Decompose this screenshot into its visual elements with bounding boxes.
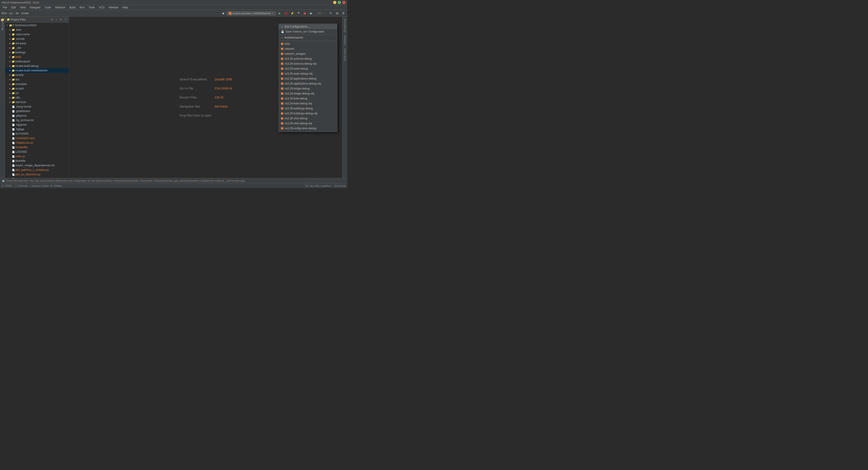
list-item[interactable]: ▶ 📁 cmake-build-relwithdebinfo	[5, 68, 69, 73]
config-ns3-bridge-debug-obj[interactable]: ns3.29-bridge-debug-obj	[279, 91, 337, 96]
config-ns3-antenna-debug[interactable]: ns3.29-antenna-debug	[279, 56, 337, 61]
panel-collapse-btn[interactable]: ≡	[55, 18, 58, 22]
list-item[interactable]: ▶ 📁 examples	[5, 82, 69, 86]
config-ns3-config-store-debug[interactable]: ns3.29-config-store-debug	[279, 126, 337, 131]
list-item[interactable]: ▶ 📁 3rd-party	[5, 41, 69, 45]
json-parser-tab[interactable]: JSON Parser	[343, 47, 346, 63]
config-ns3-aodv-debug[interactable]: ns3.29-aodv-debug	[279, 66, 337, 71]
terminal-status-item[interactable]: ⬛ Terminal	[14, 184, 28, 187]
profile-button[interactable]: ⚡	[290, 11, 295, 16]
list-item[interactable]: ▶ 📄 LICENSE	[5, 150, 69, 154]
menu-item-window[interactable]: Window	[107, 5, 120, 9]
edit-configurations-item[interactable]: ✏ Edit Configurations...	[279, 24, 337, 29]
list-item[interactable]: ▶ 📄 .gitattributes	[5, 109, 69, 114]
config-ns3-bridge-debug[interactable]: ns3.29-bridge-debug	[279, 86, 337, 91]
config-netanim[interactable]: netanim	[279, 46, 337, 51]
run-button[interactable]: ▶	[277, 11, 282, 16]
list-item[interactable]: ▶ 📄 .hgignore	[5, 123, 69, 127]
config-ns3-applications-debug-obj[interactable]: ns3.29-applications-debug-obj	[279, 81, 337, 86]
menu-item-run[interactable]: Run	[78, 5, 86, 9]
config-ns3-antenna-debug-obj[interactable]: ns3.29-antenna-debug-obj	[279, 61, 337, 66]
list-item[interactable]: ▶ 📄 .clang-format	[5, 104, 69, 109]
breadcrumb-src[interactable]: src	[9, 12, 13, 15]
config-ns3-click-debug[interactable]: ns3.29-click-debug	[279, 116, 337, 121]
config-ns3-buildings-debug-obj[interactable]: ns3.29-buildings-debug-obj	[279, 111, 337, 116]
run-config-dropdown[interactable]: scratch-simulator | RelWithDebInfo ▼	[227, 11, 276, 15]
list-item[interactable]: ▶ 📁 .idea	[5, 28, 69, 32]
stop-button[interactable]: ◼	[303, 11, 307, 16]
config-ns3-aodv-debug-obj[interactable]: ns3.29-aodv-debug-obj	[279, 71, 337, 76]
list-item[interactable]: ▶ 📁 doc	[5, 77, 69, 82]
list-item[interactable]: ▶ 📄 AUTHORS	[5, 131, 69, 136]
list-item[interactable]: ▶ 📁 contrib	[5, 73, 69, 77]
git-branch-status[interactable]: Git: 5g_code_cognitive ↑	[305, 184, 332, 187]
list-item[interactable]: ▶ 📁 utils	[5, 95, 69, 100]
vcs-update-button[interactable]: ↻	[328, 11, 333, 16]
active-config-item[interactable]: ✓ RelWithDebInfo	[279, 35, 337, 40]
event-log-status-item[interactable]: Event Log	[334, 184, 345, 187]
config-ns3-config-store-debug-obj[interactable]: ns3.29-config-store-debug-obj	[279, 131, 337, 132]
config-ns3-brite-debug[interactable]: ns3.29-brite-debug	[279, 96, 337, 101]
todo-status-item[interactable]: ☑ TODO	[2, 184, 12, 187]
list-item[interactable]: ▶ 📁 .vscode	[5, 37, 69, 41]
menu-item-code[interactable]: Code	[43, 5, 53, 9]
list-item[interactable]: ▶ 📄 msys2_mingw_dependencies.txt	[5, 163, 69, 168]
list-item[interactable]: ▶ 📁 bindings	[5, 50, 69, 55]
list-item[interactable]: ▶ 📄 .hg_archival.txt	[5, 118, 69, 123]
config-ns3-buildings-debug[interactable]: ns3.29-buildings-debug	[279, 106, 337, 111]
version-control-status-item[interactable]: ⑂ Version Control	[29, 184, 49, 187]
breadcrumb-ite[interactable]: Ite	[16, 12, 19, 15]
list-item[interactable]: ▶ 📁 .sass-cache	[5, 32, 69, 37]
menu-item-view[interactable]: View	[18, 5, 28, 9]
list-item[interactable]: ▶ 📄 plot_pu_detection.py	[5, 172, 69, 177]
list-item[interactable]: ▶ 📄 CHANGES.html	[5, 136, 69, 140]
list-item[interactable]: ▶ 📁 _site	[5, 45, 69, 50]
settings-button[interactable]: ⚙	[341, 11, 346, 16]
list-item[interactable]: ▶ 📄 CMakeLists.txt	[5, 140, 69, 145]
menu-item-tools[interactable]: Tools	[87, 5, 97, 9]
list-item[interactable]: ▶ 📄 Dockerfile	[5, 145, 69, 150]
list-item[interactable]: ▶ 📁 scratch	[5, 86, 69, 91]
list-item[interactable]: ▶ 📄 plot_pathloss_n_shadow.py	[5, 168, 69, 172]
breadcrumb-model[interactable]: model	[22, 12, 29, 15]
list-item[interactable]: ▶ 📄 Makefile	[5, 159, 69, 163]
database-tab[interactable]: Database	[343, 34, 346, 46]
coverage-button[interactable]: ☂	[296, 11, 301, 16]
list-item[interactable]: ▶ 📄 .gitignore	[5, 114, 69, 118]
debug-button[interactable]: 🐞	[283, 11, 288, 16]
list-item[interactable]: ▶ 📁 build	[5, 55, 69, 59]
menu-item-navigate[interactable]: Navigate	[28, 5, 42, 9]
terminal-toolbar-button[interactable]: ⊞	[335, 11, 340, 16]
close-button[interactable]: ✕	[342, 1, 345, 4]
list-item[interactable]: ▶ 📁 buildsupport	[5, 59, 69, 64]
list-item[interactable]: ▶ 📁 waf-tools	[5, 100, 69, 104]
config-ns3-applications-debug[interactable]: ns3.29-applications-debug	[279, 76, 337, 81]
list-item[interactable]: ▶ 📄 plot_pu_transmission.py	[5, 177, 69, 178]
list-item[interactable]: ▶ 📄 main.py	[5, 154, 69, 159]
minimize-button[interactable]: ─	[333, 1, 336, 4]
menu-item-file[interactable]: File	[1, 5, 9, 9]
structure-icon[interactable]: Structure	[0, 23, 4, 27]
config-ns3-click-debug-obj[interactable]: ns3.29-click-debug-obj	[279, 121, 337, 126]
panel-close-btn[interactable]: ✕	[64, 18, 67, 22]
list-item[interactable]: ▶ 📁 cmake-build-debug	[5, 64, 69, 68]
save-configuration-item[interactable]: 💾 Save 'inverse_snr' Configuration	[279, 29, 337, 34]
list-item[interactable]: ▶ 📁 src	[5, 91, 69, 95]
back-button[interactable]: ◀	[220, 11, 225, 16]
panel-locate-btn[interactable]: ⊕	[50, 18, 54, 22]
breadcrumb-ns3[interactable]: NS3	[1, 12, 6, 15]
config-ns3-brite-debug-obj[interactable]: ns3.29-brite-debug-obj	[279, 101, 337, 106]
menu-item-help[interactable]: Help	[121, 5, 130, 9]
list-item[interactable]: ▶ 📄 .hgtags	[5, 127, 69, 131]
tree-root[interactable]: ▼ 📁 F:\tools\source\NS3	[5, 23, 69, 28]
panel-settings-btn[interactable]: ⚙	[59, 18, 63, 22]
menu-item-build[interactable]: Build	[68, 5, 77, 9]
forward-button[interactable]: ▶	[309, 11, 314, 16]
config-brite[interactable]: brite	[279, 41, 337, 46]
menu-item-refactor[interactable]: Refactor	[53, 5, 67, 9]
cmake-status-item[interactable]: ⚙ CMake	[51, 184, 61, 187]
config-netanim-autogen[interactable]: netanim_autogen	[279, 51, 337, 56]
menu-item-vcs[interactable]: VCS	[97, 5, 106, 9]
maximize-button[interactable]: □	[338, 1, 341, 4]
remote-host-tab[interactable]: Remote Host	[343, 18, 346, 33]
